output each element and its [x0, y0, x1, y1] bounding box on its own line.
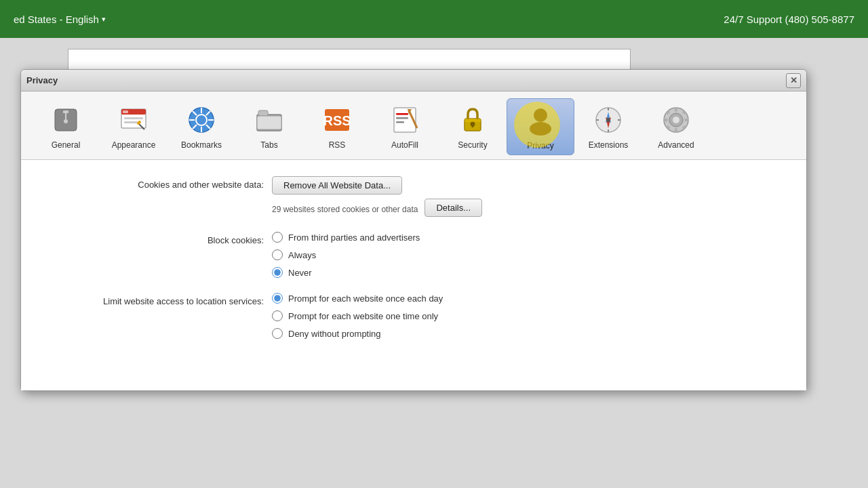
close-icon: ✕: [790, 75, 797, 85]
tab-general-label: General: [52, 140, 81, 150]
radio-prompt-one-time[interactable]: [272, 310, 283, 321]
block-cookies-label: Block cookies:: [48, 232, 272, 245]
support-number: 24/7 Support (480) 505-8877: [724, 14, 854, 25]
svg-point-3: [64, 119, 68, 123]
tab-appearance-label: Appearance: [112, 140, 156, 150]
background-content: Privacy ✕ General: [0, 38, 868, 488]
tab-general[interactable]: General: [32, 98, 100, 154]
tabs-icon: [252, 102, 287, 138]
tab-appearance[interactable]: Appearance: [100, 98, 167, 154]
radio-deny[interactable]: [272, 328, 283, 339]
location-label: Limit website access to location service…: [48, 293, 272, 306]
location-radio-group: Prompt for each website once each day Pr…: [272, 293, 443, 339]
tab-extensions-label: Extensions: [589, 140, 629, 150]
block-cookies-controls: From third parties and advertisers Alway…: [272, 232, 420, 278]
svg-point-36: [534, 108, 547, 122]
svg-rect-29: [396, 113, 408, 115]
content-area: Cookies and other website data: Remove A…: [21, 160, 806, 390]
svg-rect-1: [63, 110, 68, 113]
svg-rect-52: [684, 119, 688, 121]
tab-autofill-label: AutoFill: [391, 140, 418, 150]
svg-point-48: [673, 117, 679, 123]
rss-icon: RSS: [319, 102, 355, 138]
svg-rect-6: [123, 110, 128, 113]
privacy-icon: [523, 103, 558, 138]
tab-tabs-label: Tabs: [260, 140, 277, 150]
svg-rect-30: [396, 117, 408, 119]
tab-privacy[interactable]: Privacy: [507, 98, 574, 155]
extensions-icon: [591, 102, 626, 138]
location-prompt-each-day[interactable]: Prompt for each website once each day: [272, 293, 443, 304]
location-dropdown-arrow: ▾: [102, 15, 106, 24]
title-bar: Privacy ✕: [21, 70, 806, 92]
appearance-icon: [116, 102, 151, 138]
security-icon: [455, 102, 490, 138]
svg-rect-23: [257, 116, 281, 129]
tab-rss[interactable]: RSS RSS: [303, 98, 371, 154]
svg-rect-35: [465, 119, 481, 122]
website-count-text: 29 websites stored cookies or other data: [272, 201, 418, 214]
tab-bookmarks-label: Bookmarks: [181, 140, 222, 150]
radio-prompt-each-day[interactable]: [272, 293, 283, 304]
svg-rect-49: [675, 108, 677, 112]
block-cookies-radio-group: From third parties and advertisers Alway…: [272, 232, 420, 278]
tab-advanced[interactable]: Advanced: [642, 98, 710, 154]
radio-never[interactable]: [272, 267, 283, 278]
tab-bookmarks[interactable]: Bookmarks: [167, 98, 235, 154]
cookies-controls: Remove All Website Data... 29 websites s…: [272, 176, 482, 217]
tab-extensions[interactable]: Extensions: [574, 98, 642, 154]
svg-rect-31: [396, 121, 404, 123]
radio-prompt-each-day-label: Prompt for each website once each day: [288, 293, 443, 304]
cookies-row: Cookies and other website data: Remove A…: [48, 176, 779, 217]
svg-rect-22: [258, 110, 268, 116]
location-controls: Prompt for each website once each day Pr…: [272, 293, 443, 339]
radio-always-label: Always: [288, 250, 316, 260]
tab-security-label: Security: [458, 140, 487, 150]
radio-always[interactable]: [272, 249, 283, 260]
tab-privacy-label: Privacy: [527, 141, 553, 150]
svg-point-45: [606, 118, 610, 122]
details-button[interactable]: Details...: [425, 199, 482, 217]
svg-text:RSS: RSS: [323, 113, 351, 128]
svg-point-37: [530, 122, 551, 136]
svg-rect-34: [472, 124, 474, 127]
radio-never-label: Never: [288, 268, 312, 278]
svg-rect-51: [664, 119, 668, 121]
radio-prompt-one-time-label: Prompt for each website one time only: [288, 311, 438, 321]
block-cookies-never[interactable]: Never: [272, 267, 420, 278]
location-selector[interactable]: ed States - English ▾: [14, 14, 106, 25]
svg-rect-50: [675, 128, 677, 132]
tab-advanced-label: Advanced: [658, 140, 694, 150]
tab-security[interactable]: Security: [439, 98, 507, 154]
autofill-icon: [387, 102, 422, 138]
location-prompt-one-time[interactable]: Prompt for each website one time only: [272, 310, 443, 321]
radio-third-parties[interactable]: [272, 232, 283, 243]
location-row: Limit website access to location service…: [48, 293, 779, 339]
dialog-title: Privacy: [26, 75, 58, 85]
location-deny[interactable]: Deny without prompting: [272, 328, 443, 339]
top-bar: ed States - English ▾ 24/7 Support (480)…: [0, 0, 868, 38]
privacy-dialog: Privacy ✕ General: [20, 69, 807, 391]
cookies-label: Cookies and other website data:: [48, 176, 272, 190]
block-cookies-row: Block cookies: From third parties and ad…: [48, 232, 779, 278]
tab-autofill[interactable]: AutoFill: [371, 98, 439, 154]
bookmarks-icon: [184, 102, 219, 138]
tab-tabs[interactable]: Tabs: [235, 98, 303, 154]
block-cookies-always[interactable]: Always: [272, 249, 420, 260]
radio-deny-label: Deny without prompting: [288, 329, 381, 339]
svg-rect-8: [124, 121, 138, 123]
radio-third-parties-label: From third parties and advertisers: [288, 232, 420, 243]
location-text: ed States - English: [14, 14, 99, 25]
remove-all-button[interactable]: Remove All Website Data...: [272, 176, 402, 195]
svg-rect-7: [124, 117, 143, 119]
website-count-row: 29 websites stored cookies or other data…: [272, 199, 482, 217]
cookies-buttons-row: Remove All Website Data...: [272, 176, 482, 195]
preferences-toolbar: General Appearance: [21, 92, 806, 160]
close-button[interactable]: ✕: [786, 73, 801, 88]
general-icon: [48, 102, 83, 138]
advanced-icon: [658, 102, 694, 138]
block-cookies-third-parties[interactable]: From third parties and advertisers: [272, 232, 420, 243]
tab-rss-label: RSS: [329, 140, 346, 150]
